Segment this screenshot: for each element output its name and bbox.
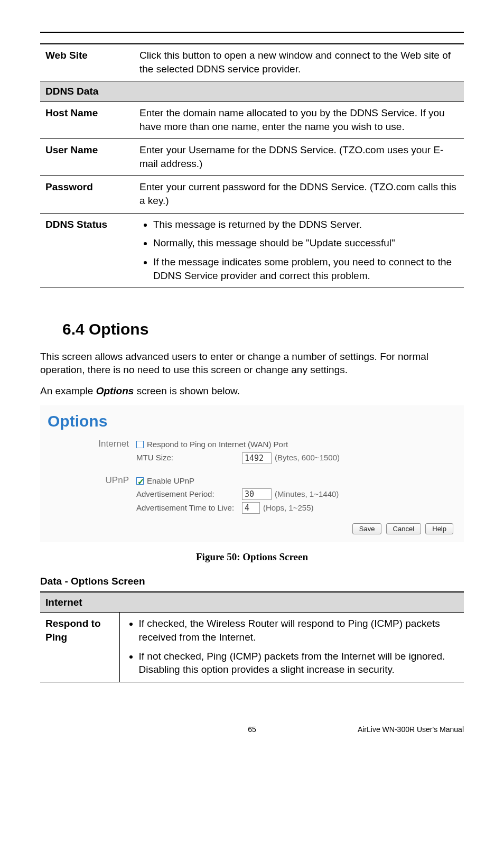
cell-text: Enter your Username for the DDNS Service… bbox=[134, 139, 464, 176]
manual-name: AirLive WN-300R User's Manual bbox=[358, 725, 464, 735]
status-list: This message is returned by the DDNS Ser… bbox=[139, 218, 459, 283]
ping-row: ✓ Respond to Ping on Internet (WAN) Port bbox=[136, 439, 456, 450]
cell-label: Respond to Ping bbox=[40, 613, 119, 682]
table-section-row: DDNS Data bbox=[40, 81, 464, 102]
ping-checkbox[interactable]: ✓ bbox=[136, 441, 144, 448]
cancel-button[interactable]: Cancel bbox=[386, 523, 421, 535]
options-screenshot: Options Internet ✓ Respond to Ping on In… bbox=[40, 405, 464, 542]
cell-list: This message is returned by the DDNS Ser… bbox=[134, 213, 464, 288]
options-emph: Options bbox=[96, 385, 134, 396]
upnp-label: UPnP bbox=[48, 474, 136, 487]
internet-section: Internet ✓ Respond to Ping on Internet (… bbox=[48, 437, 456, 466]
upnp-enable-row: ✓ Enable UPnP bbox=[136, 476, 456, 486]
text-span: An example bbox=[40, 385, 96, 396]
help-button[interactable]: Help bbox=[425, 523, 453, 535]
cell-label: DDNS Status bbox=[40, 213, 134, 288]
intro-paragraph-2: An example Options screen is shown below… bbox=[40, 384, 464, 398]
list-item: If checked, the Wireless Router will res… bbox=[139, 617, 459, 644]
adv-ttl-row: Advertisement Time to Live: (Hops, 1~255… bbox=[136, 502, 456, 514]
list-item: Normally, this message should be "Update… bbox=[153, 236, 459, 250]
cell-label: Web Site bbox=[40, 44, 134, 81]
cell-label: Password bbox=[40, 176, 134, 213]
figure-caption: Figure 50: Options Screen bbox=[40, 550, 464, 564]
table-row: Respond to Ping If checked, the Wireless… bbox=[40, 613, 464, 682]
cell-label: Host Name bbox=[40, 101, 134, 138]
ddns-table: Web Site Click this button to open a new… bbox=[40, 43, 464, 288]
top-rule bbox=[40, 32, 464, 33]
table-row: User Name Enter your Username for the DD… bbox=[40, 139, 464, 176]
adv-period-label: Advertisement Period: bbox=[136, 489, 242, 499]
save-button[interactable]: Save bbox=[352, 523, 382, 535]
mtu-row: MTU Size: (Bytes, 600~1500) bbox=[136, 452, 456, 464]
list-item: If not checked, Ping (ICMP) packets from… bbox=[139, 650, 459, 677]
section-header: Internet bbox=[40, 592, 464, 613]
mtu-hint: (Bytes, 600~1500) bbox=[275, 452, 340, 463]
text-span: screen is shown below. bbox=[134, 385, 240, 396]
adv-ttl-label: Advertisement Time to Live: bbox=[136, 503, 242, 513]
table-row: DDNS Status This message is returned by … bbox=[40, 213, 464, 288]
data-options-title: Data - Options Screen bbox=[40, 575, 464, 588]
internet-label: Internet bbox=[48, 437, 136, 450]
ping-label: Respond to Ping on Internet (WAN) Port bbox=[147, 439, 288, 450]
mtu-label: MTU Size: bbox=[136, 452, 242, 463]
adv-period-row: Advertisement Period: (Minutes, 1~1440) bbox=[136, 488, 456, 500]
section-heading: 6.4 Options bbox=[62, 319, 464, 340]
intro-paragraph-1: This screen allows advanced users to ent… bbox=[40, 350, 464, 377]
button-row: Save Cancel Help bbox=[48, 523, 456, 535]
screenshot-title: Options bbox=[48, 411, 456, 432]
adv-ttl-hint: (Hops, 1~255) bbox=[263, 503, 313, 513]
list-item: This message is returned by the DDNS Ser… bbox=[153, 218, 459, 231]
cell-text: Enter the domain name allocated to you b… bbox=[134, 101, 464, 138]
adv-period-input[interactable] bbox=[242, 488, 272, 500]
cell-text: Enter your current password for the DDNS… bbox=[134, 176, 464, 213]
page-footer: 65 AirLive WN-300R User's Manual bbox=[40, 725, 464, 735]
table-row: Host Name Enter the domain name allocate… bbox=[40, 101, 464, 138]
upnp-section: UPnP ✓ Enable UPnP Advertisement Period:… bbox=[48, 474, 456, 516]
cell-list: If checked, the Wireless Router will res… bbox=[119, 613, 464, 682]
data-options-table: Internet Respond to Ping If checked, the… bbox=[40, 591, 464, 682]
upnp-enable-checkbox[interactable]: ✓ bbox=[136, 477, 144, 485]
upnp-enable-label: Enable UPnP bbox=[147, 476, 194, 486]
adv-period-hint: (Minutes, 1~1440) bbox=[275, 489, 339, 499]
table-section-row: Internet bbox=[40, 592, 464, 613]
mtu-input[interactable] bbox=[242, 452, 272, 464]
section-header: DDNS Data bbox=[40, 81, 464, 102]
list-item: If the message indicates some problem, y… bbox=[153, 255, 459, 282]
cell-text: Click this button to open a new window a… bbox=[134, 44, 464, 81]
upnp-body: ✓ Enable UPnP Advertisement Period: (Min… bbox=[136, 474, 456, 516]
respond-ping-list: If checked, the Wireless Router will res… bbox=[125, 617, 459, 677]
table-row: Web Site Click this button to open a new… bbox=[40, 44, 464, 81]
internet-body: ✓ Respond to Ping on Internet (WAN) Port… bbox=[136, 437, 456, 466]
table-row: Password Enter your current password for… bbox=[40, 176, 464, 213]
adv-ttl-input[interactable] bbox=[242, 502, 260, 514]
cell-label: User Name bbox=[40, 139, 134, 176]
